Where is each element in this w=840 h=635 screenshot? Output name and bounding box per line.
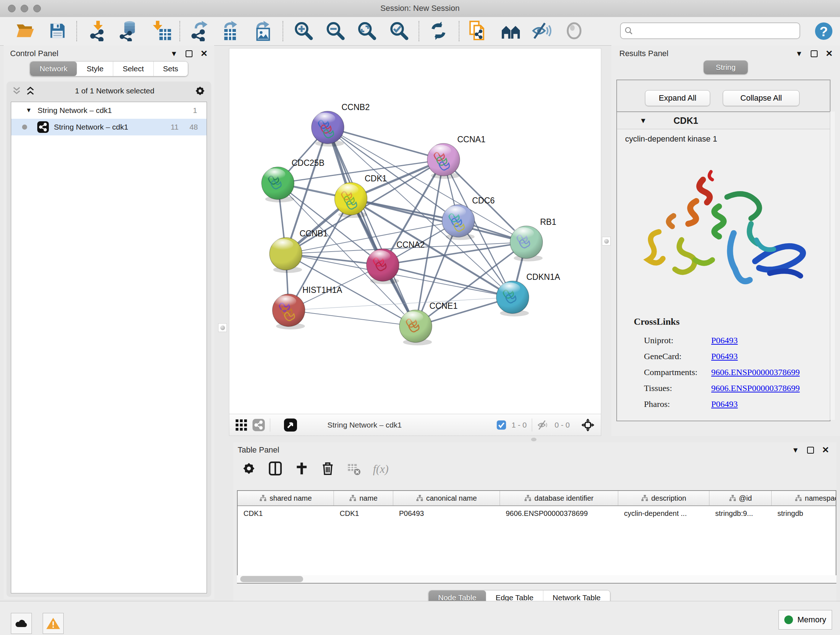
column-header-namespace[interactable]: namespace (772, 491, 836, 505)
minimize-window-icon[interactable] (21, 5, 28, 12)
column-header-description[interactable]: description (618, 491, 709, 505)
search-input[interactable] (636, 27, 796, 35)
network-node[interactable]: RB1 (510, 217, 556, 261)
zoom-in-button[interactable] (292, 19, 315, 43)
expand-all-button[interactable]: Expand All (645, 90, 710, 106)
crosslink-link[interactable]: P06493 (711, 352, 737, 361)
birds-eye-view-button[interactable] (284, 418, 297, 432)
warning-status-button[interactable] (43, 613, 64, 634)
crosslink-link[interactable]: P06493 (711, 336, 737, 345)
table-horizontal-scrollbar[interactable] (237, 575, 836, 583)
node-table[interactable]: shared namenamecanonical namedatabase id… (237, 490, 836, 584)
window-controls[interactable] (8, 5, 41, 12)
column-header-shared-name[interactable]: shared name (238, 491, 334, 505)
tab-sets[interactable]: Sets (154, 62, 188, 76)
table-cell[interactable]: CDK1 (238, 506, 334, 521)
table-settings-button[interactable] (242, 462, 256, 477)
network-node[interactable]: CCNB1 (270, 229, 328, 273)
gene-section-header[interactable]: ▼ CDK1 (617, 112, 830, 129)
export-table-button[interactable] (218, 19, 242, 43)
open-session-button[interactable] (13, 19, 36, 43)
table-cell[interactable]: P06493 (393, 506, 500, 521)
network-options-gear-icon[interactable] (195, 86, 205, 96)
column-header--id[interactable]: @id (709, 491, 772, 505)
column-header-name[interactable]: name (334, 491, 393, 505)
refresh-button[interactable] (427, 19, 450, 43)
crosslink-link[interactable]: P06493 (711, 399, 737, 409)
column-header-canonical-name[interactable]: canonical name (393, 491, 500, 505)
float-panel-icon[interactable] (807, 447, 814, 454)
function-builder-button[interactable]: f(x) (373, 463, 388, 476)
delete-column-button[interactable] (321, 462, 335, 477)
disclosure-triangle-icon[interactable]: ▼ (26, 107, 32, 114)
table-cell[interactable]: CDK1 (334, 506, 393, 521)
collapse-all-chevrons-icon[interactable] (12, 86, 21, 96)
import-network-from-database-button[interactable] (117, 19, 140, 43)
hidden-eye-slash-icon[interactable] (537, 419, 549, 431)
column-header-database-identifier[interactable]: database identifier (500, 491, 618, 505)
crosslink-link[interactable]: 9606.ENSP00000378699 (711, 383, 800, 393)
tab-select[interactable]: Select (113, 62, 153, 76)
network-node[interactable]: CCNB2 (311, 103, 370, 147)
network-overview-button[interactable] (253, 419, 265, 431)
network-node[interactable]: CDC6 (442, 196, 495, 240)
hide-unhide-button[interactable] (531, 19, 554, 43)
left-splitter-handle[interactable] (218, 323, 227, 332)
close-panel-icon[interactable]: ✕ (201, 49, 208, 58)
help-button[interactable]: ? (814, 21, 834, 41)
collapse-panel-icon[interactable]: ▼ (171, 50, 178, 57)
close-window-icon[interactable] (8, 5, 16, 12)
results-scrollbar[interactable] (830, 111, 835, 420)
table-cell[interactable]: stringdb (772, 506, 836, 521)
network-edge[interactable] (351, 199, 526, 242)
crosslink-link[interactable]: 9606.ENSP00000378699 (711, 367, 800, 377)
table-cell[interactable]: 9606.ENSP00000378699 (500, 506, 618, 521)
export-network-button[interactable] (188, 19, 211, 43)
network-view[interactable]: CCNB2CCNA1CDC25BCDK1CDC6RB1CCNB1CCNA2CDK… (229, 48, 601, 436)
cloud-status-button[interactable] (11, 613, 32, 634)
import-table-button[interactable] (150, 19, 173, 43)
tab-string[interactable]: String (704, 60, 748, 74)
eye-button[interactable] (562, 19, 586, 43)
network-node[interactable]: CDC25B (262, 158, 325, 203)
zoom-selected-button[interactable] (387, 19, 411, 43)
horizontal-splitter-handle[interactable] (531, 438, 537, 441)
right-splitter-handle[interactable] (602, 237, 611, 245)
network-edge[interactable] (328, 127, 416, 326)
homes-button[interactable] (499, 19, 523, 43)
float-panel-icon[interactable] (186, 50, 193, 57)
network-row-selected[interactable]: String Network – cdk1 11 48 (11, 119, 207, 135)
memory-button[interactable]: Memory (778, 610, 832, 630)
network-node[interactable]: CDKN1A (496, 272, 561, 317)
export-image-button[interactable] (251, 19, 274, 43)
expand-all-chevrons-icon[interactable] (26, 86, 35, 96)
collapse-panel-icon[interactable]: ▼ (796, 50, 803, 57)
collapse-gene-icon[interactable]: ▼ (639, 117, 647, 124)
network-canvas[interactable]: CCNB2CCNA1CDC25BCDK1CDC6RB1CCNB1CCNA2CDK… (229, 49, 601, 414)
network-collection-row[interactable]: ▼ String Network – cdk1 1 (11, 102, 207, 119)
zoom-fit-button[interactable] (355, 19, 378, 43)
show-columns-button[interactable] (268, 461, 283, 477)
copy-network-document-button[interactable] (467, 19, 490, 43)
fit-content-button[interactable] (581, 418, 595, 432)
selected-checkbox-icon[interactable] (496, 420, 507, 430)
collapse-all-button[interactable]: Collapse All (723, 90, 799, 106)
tab-style[interactable]: Style (77, 62, 113, 76)
close-panel-icon[interactable]: ✕ (822, 446, 829, 454)
grid-view-button[interactable] (235, 419, 248, 431)
float-panel-icon[interactable] (811, 50, 818, 57)
scrollbar-thumb[interactable] (240, 576, 303, 582)
collapse-panel-icon[interactable]: ▼ (792, 447, 799, 454)
network-node[interactable]: HIST1H1A (272, 285, 343, 329)
save-session-button[interactable] (46, 19, 69, 43)
network-node[interactable]: CDK1 (335, 174, 387, 218)
import-network-button[interactable] (87, 19, 110, 43)
table-row[interactable]: CDK1CDK1P064939606.ENSP00000378699cyclin… (238, 506, 836, 521)
zoom-window-icon[interactable] (33, 5, 41, 12)
zoom-out-button[interactable] (324, 19, 347, 43)
close-panel-icon[interactable]: ✕ (826, 49, 833, 58)
network-edge[interactable] (289, 310, 416, 326)
table-cell[interactable]: stringdb:9... (709, 506, 772, 521)
search-field[interactable] (620, 22, 800, 39)
table-cell[interactable]: cyclin-dependent ... (618, 506, 709, 521)
